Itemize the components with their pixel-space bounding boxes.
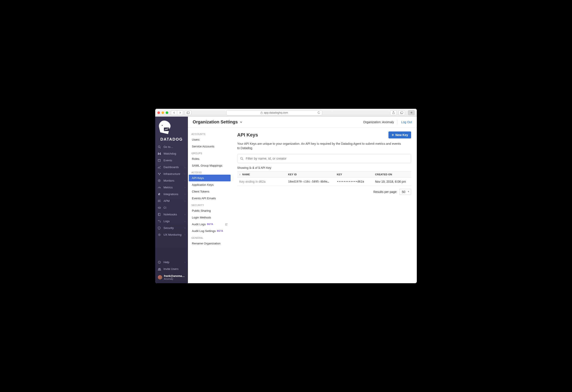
subnav-item-label: SAML Group Mappings (192, 164, 222, 167)
subnav-item-label: Login Methods (192, 216, 211, 219)
svg-point-5 (162, 125, 163, 126)
link-icon (158, 207, 161, 209)
sort-asc-icon: ↑ (239, 173, 241, 176)
user-org: Anomaly (164, 278, 185, 280)
gauge-icon (158, 186, 161, 189)
nav-item-ux-monitoring[interactable]: UX Monitoring› (155, 231, 188, 238)
maximize-window-button[interactable] (166, 111, 168, 114)
subnav-group-groups: GROUPS (188, 150, 232, 155)
reload-icon (318, 111, 320, 114)
subnav-item-label: Users (192, 138, 199, 141)
shield-icon (158, 227, 161, 229)
new-tab-button[interactable] (408, 110, 415, 115)
tabs-icon (400, 111, 403, 114)
col-name[interactable]: ↑ NAME (237, 171, 286, 178)
new-key-button[interactable]: New Key (388, 131, 411, 138)
svg-rect-3 (401, 112, 403, 113)
subnav-item-service-accounts[interactable]: Service Accounts (188, 143, 232, 150)
results-label: Results per page: (373, 190, 397, 194)
cell-key: ••••••••••••d62a (335, 178, 373, 185)
results-per-page-select[interactable]: 50 (399, 189, 411, 195)
subnav-group-general: GENERAL (188, 234, 232, 240)
nav-item-integrations[interactable]: Integrations› (155, 191, 188, 197)
table-row[interactable]: Key ending in d62a18ed1970-c16c-5895-8b0… (237, 178, 411, 185)
page-title-text: Organization Settings (193, 119, 238, 125)
nav-item-notebooks[interactable]: Notebooks› (155, 211, 188, 218)
nav-help-label: Help (163, 261, 169, 264)
subnav-item-client-tokens[interactable]: Client Tokens (188, 188, 232, 195)
tabs-button[interactable] (398, 110, 405, 115)
reload-button[interactable] (318, 111, 320, 114)
share-button[interactable] (390, 110, 397, 115)
chevron-right-icon (179, 112, 181, 114)
flow-icon (158, 220, 161, 223)
forward-button[interactable] (177, 110, 183, 115)
svg-point-28 (159, 234, 160, 235)
nav-item-ci[interactable]: CI (155, 204, 188, 211)
chevron-right-icon: › (185, 180, 185, 182)
nav-item-apm[interactable]: APM› (155, 197, 188, 204)
col-key[interactable]: KEY (335, 171, 373, 178)
subnav-item-roles[interactable]: Roles (188, 155, 232, 162)
address-bar[interactable]: app.datadoghq.com (226, 110, 322, 115)
subnav-item-rename-organization[interactable]: Rename Organization (188, 240, 232, 247)
chevron-down-icon[interactable] (239, 121, 243, 124)
nav-goto[interactable]: Go to… (155, 144, 188, 150)
subnav-item-audit-log-settings[interactable]: Audit Log Settings BETA (188, 228, 232, 234)
filter-input[interactable] (246, 157, 408, 160)
nav-item-infrastructure[interactable]: Infrastructure› (155, 170, 188, 177)
subnav-item-login-methods[interactable]: Login Methods (188, 214, 232, 221)
chart-icon (158, 166, 161, 168)
subnav-group-security: SECURITY (188, 202, 232, 207)
nav-item-events[interactable]: Events (155, 157, 188, 164)
puzzle-icon (158, 193, 161, 196)
svg-line-34 (160, 235, 161, 236)
sidebar-toggle-button[interactable] (185, 110, 191, 115)
nav-item-metrics[interactable]: Metrics› (155, 184, 188, 191)
subnav-item-audit-logs[interactable]: Audit Logs BETA (188, 221, 232, 228)
ux-icon (158, 233, 161, 236)
plus-icon (410, 111, 413, 114)
nav-invite-users[interactable]: Invite Users (155, 265, 188, 272)
chevron-right-icon: › (185, 213, 185, 216)
lock-icon (260, 111, 263, 114)
filter-box[interactable] (237, 154, 411, 163)
chrome-right-controls (390, 110, 405, 115)
nav-item-label: Integrations (163, 193, 178, 196)
close-window-button[interactable] (157, 111, 160, 114)
svg-point-27 (160, 222, 161, 222)
col-key-id[interactable]: KEY ID (286, 171, 334, 178)
svg-rect-13 (158, 159, 160, 162)
subnav-item-public-sharing[interactable]: Public Sharing (188, 207, 232, 214)
nav-item-watchdog[interactable]: Watchdog (155, 150, 188, 157)
svg-rect-12 (160, 152, 161, 153)
nav-item-security[interactable]: Security› (155, 225, 188, 231)
back-button[interactable] (171, 110, 177, 115)
nav-help[interactable]: ? Help › (155, 259, 188, 265)
subnav-item-api-keys[interactable]: API Keys (189, 175, 231, 181)
cell-key-id: 18ed1970-c16c-5895-8b0e… (286, 178, 334, 185)
subnav-item-saml-group-mappings[interactable]: SAML Group Mappings (188, 162, 232, 169)
subnav-item-events-api-emails[interactable]: Events API Emails (188, 195, 232, 202)
subnav-item-users[interactable]: Users (188, 136, 232, 143)
settings-subnav: ACCOUNTSUsersService AccountsGROUPSRoles… (188, 128, 232, 283)
chevron-right-icon: › (185, 193, 185, 195)
col-created[interactable]: CREATED ON (373, 171, 411, 178)
browser-chrome: app.datadoghq.com (155, 109, 417, 117)
nav-item-logs[interactable]: Logs› (155, 218, 188, 225)
nodes-icon (158, 173, 161, 175)
nav-item-monitors[interactable]: Monitors› (155, 177, 188, 184)
nav-item-label: Infrastructure (163, 172, 180, 176)
logout-link[interactable]: Log Out (401, 120, 412, 124)
content-header: API Keys New Key (237, 131, 411, 138)
user-menu[interactable]: frank@anoma… Anomaly (155, 272, 188, 283)
brand-block: DATADOG (155, 117, 188, 144)
subnav-item-application-keys[interactable]: Application Keys (188, 181, 232, 188)
nav-item-label: UX Monitoring (163, 233, 181, 236)
nav-item-dashboards[interactable]: Dashboards› (155, 164, 188, 170)
chevron-right-icon: › (185, 220, 185, 222)
svg-rect-10 (159, 153, 160, 154)
nav-goto-label: Go to… (163, 145, 173, 148)
minimize-window-button[interactable] (161, 111, 164, 114)
nav-item-label: Notebooks (163, 213, 177, 216)
